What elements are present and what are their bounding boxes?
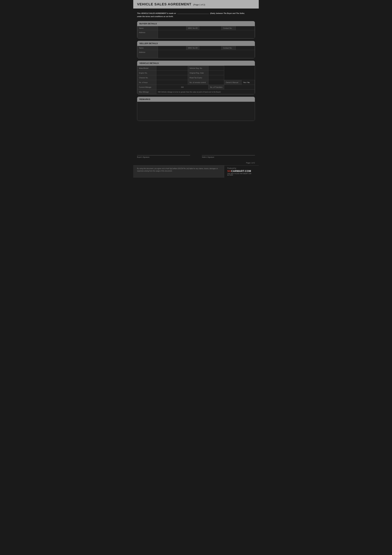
vehicle-details-header: VEHICLE DETAILS xyxy=(137,61,255,66)
page-number: Page 1 of 2 xyxy=(246,162,255,164)
seller-nric-value xyxy=(199,46,221,50)
transfers-label: No. of Transfers xyxy=(208,85,224,89)
buyer-contact-label: Contact No. xyxy=(221,26,236,30)
seller-signature-block: Seller's Signature xyxy=(202,155,255,158)
buyer-signature-block: Buyer's Signature xyxy=(137,155,190,158)
seller-name-label: Name xyxy=(137,46,158,50)
km-label: KM xyxy=(181,86,184,88)
remarks-section: REMARKS xyxy=(137,97,255,121)
seller-contact-value xyxy=(236,46,255,50)
intro-line2: under the terms and conditions as set fo… xyxy=(137,15,255,18)
buyer-contact-value xyxy=(236,26,255,30)
main-content: BUYER DETAILS Name NRIC No./ID Contact N… xyxy=(133,20,259,139)
remarks-content xyxy=(137,102,255,121)
seller-address-row: Address xyxy=(137,50,255,58)
buyer-signature-label: Buyer's Signature xyxy=(137,156,190,158)
max-mileage-value: KM (Vehicle mileage is to be no greater … xyxy=(156,89,255,94)
remarks-header: REMARKS xyxy=(137,97,255,102)
intro-date-line xyxy=(177,14,209,14)
seller-details-section: SELLER DETAILS Name NRIC No./ID Contact … xyxy=(137,41,255,58)
buyer-nric-label: NRIC No./ID xyxy=(186,26,199,30)
keys-value xyxy=(156,80,188,85)
keys-label: No. of keys xyxy=(137,80,156,85)
max-mileage-label: Max Mileage xyxy=(137,89,156,94)
original-reg-value xyxy=(208,71,224,75)
footer-brand-area: Produced by SGCARMART.COM THE ONLY PLACE… xyxy=(224,166,259,178)
vehicle-mileage-row: Current Mileage KM No. of Transfers xyxy=(137,85,255,89)
vehicle-reg-label: Vehicle Reg. No. xyxy=(188,66,208,71)
page-title: VEHICLE SALES AGREEMENT xyxy=(137,2,192,6)
seller-signature-label: Seller's Signature xyxy=(202,156,255,158)
max-mileage-note: (Vehicle mileage is to be no greater tha… xyxy=(161,91,221,93)
chassis-no-value xyxy=(156,75,188,80)
seller-details-table: Name NRIC No./ID Contact No. Address xyxy=(137,46,255,58)
seller-details-header: SELLER DETAILS xyxy=(137,41,255,46)
seller-name-value xyxy=(158,46,186,50)
vehicle-engine-row: Engine No. Original Reg. Date xyxy=(137,71,255,75)
current-mileage-label: Current Mileage xyxy=(137,85,156,89)
intro-prefix: This VEHICLE SALES AGREEMENT is made on xyxy=(137,12,176,15)
buyer-name-row: Name NRIC No./ID Contact No. xyxy=(137,26,255,30)
intro-suffix: (Date), between The Buyer and The Seller… xyxy=(210,12,245,15)
chassis-no-label: Chassis No. xyxy=(137,75,156,80)
make-model-value xyxy=(156,66,188,71)
buyer-address-label: Address xyxy=(137,30,158,38)
footer-disclaimer: By using this document, you agree not to… xyxy=(133,166,224,178)
max-km-label: KM xyxy=(158,91,161,93)
buyer-details-header: BUYER DETAILS xyxy=(137,21,255,26)
footer-brand-name: SGCARMART.COM xyxy=(227,170,251,173)
original-reg-label: Original Reg. Date xyxy=(188,71,208,75)
page: VEHICLE SALES AGREEMENT (Page 1 of 2) Th… xyxy=(133,0,259,178)
buyer-address-row: Address xyxy=(137,30,255,38)
footer-tagline: THE ONLY PLACE FOR SMART CAR BUYERS xyxy=(227,173,256,176)
buyer-name-label: Name xyxy=(137,26,158,30)
buyer-nric-value xyxy=(199,26,221,30)
signature-section: Buyer's Signature Seller's Signature xyxy=(133,154,259,161)
buyer-address-value xyxy=(158,30,255,38)
vehicle-chassis-row: Chassis No. Road Tax Expiry xyxy=(137,75,255,80)
page-header: VEHICLE SALES AGREEMENT (Page 1 of 2) xyxy=(133,0,259,8)
transfers-value xyxy=(224,85,255,89)
seller-nric-label: NRIC No./ID xyxy=(186,46,199,50)
intro-line1: This VEHICLE SALES AGREEMENT is made on … xyxy=(137,12,255,15)
footer-brand-sg: SG xyxy=(227,170,231,172)
road-tax-value xyxy=(208,75,224,80)
vehicle-make-row: Make/Model Vehicle Reg. No. xyxy=(137,66,255,71)
spacer xyxy=(133,139,259,154)
footer-produced-label: Produced by xyxy=(227,167,236,169)
make-model-label: Make/Model xyxy=(137,66,156,71)
buyer-details-table: Name NRIC No./ID Contact No. Address xyxy=(137,26,255,38)
page-footer: By using this document, you agree not to… xyxy=(133,165,259,178)
page-subtitle: (Page 1 of 2) xyxy=(193,3,205,6)
buyer-name-value xyxy=(158,26,186,30)
seller-name-row: Name NRIC No./ID Contact No. xyxy=(137,46,255,50)
remote-value xyxy=(208,80,224,85)
engine-no-label: Engine No. xyxy=(137,71,156,75)
page-number-area: Page 1 of 2 xyxy=(133,161,259,165)
buyer-signature-line xyxy=(137,155,190,155)
seller-contact-label: Contact No. xyxy=(221,46,236,50)
seller-address-value xyxy=(158,50,255,58)
vehicle-details-table: Make/Model Vehicle Reg. No. Engine No. O… xyxy=(137,66,255,94)
road-tax-label: Road Tax Expiry xyxy=(188,75,208,80)
vehicle-max-mileage-row: Max Mileage KM (Vehicle mileage is to be… xyxy=(137,89,255,94)
vehicle-keys-row: No. of keys No. of remote control Owner'… xyxy=(137,80,255,85)
engine-no-value xyxy=(156,71,188,75)
buyer-details-section: BUYER DETAILS Name NRIC No./ID Contact N… xyxy=(137,21,255,39)
seller-signature-line xyxy=(202,155,255,155)
manual-yes-no: Yes / No xyxy=(242,80,255,85)
seller-address-label: Address xyxy=(137,50,158,58)
footer-brand-rest: CARMART.COM xyxy=(231,170,251,172)
remote-label: No. of remote control xyxy=(188,80,208,85)
manual-label: Owner's Manual xyxy=(224,80,242,85)
vehicle-details-section: VEHICLE DETAILS Make/Model Vehicle Reg. … xyxy=(137,61,255,95)
intro-section: This VEHICLE SALES AGREEMENT is made on … xyxy=(133,9,259,20)
vehicle-reg-value xyxy=(208,66,224,71)
current-mileage-value: KM xyxy=(156,85,208,89)
